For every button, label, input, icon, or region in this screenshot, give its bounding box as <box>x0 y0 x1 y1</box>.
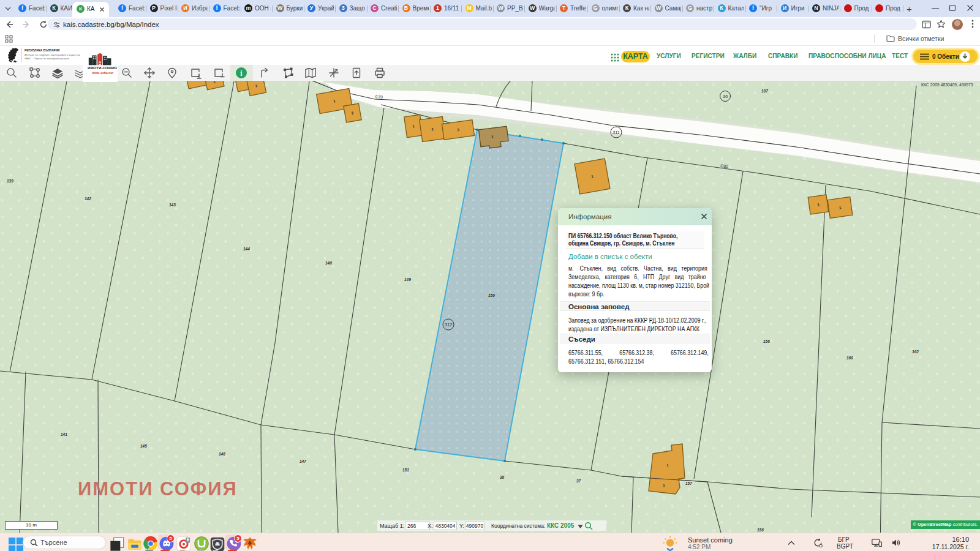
svg-text:ККС 2005 4830409, 490973: ККС 2005 4830409, 490973 <box>921 83 973 87</box>
svg-text:145: 145 <box>140 444 147 448</box>
svg-text:148: 148 <box>325 261 332 265</box>
svg-text:143: 143 <box>169 203 176 207</box>
svg-text:151: 151 <box>402 468 409 472</box>
svg-text:144: 144 <box>243 247 250 251</box>
svg-text:146: 146 <box>219 452 225 456</box>
svg-text:38: 38 <box>500 475 505 479</box>
svg-text:147: 147 <box>300 459 306 463</box>
svg-text:141: 141 <box>61 432 67 437</box>
svg-text:156: 156 <box>763 339 770 343</box>
svg-text:37: 37 <box>576 479 581 483</box>
svg-text:157: 157 <box>685 481 692 485</box>
svg-text:162: 162 <box>912 350 919 354</box>
svg-text:142: 142 <box>85 197 91 201</box>
svg-text:36: 36 <box>723 94 728 99</box>
svg-text:149: 149 <box>404 277 411 282</box>
svg-text:150: 150 <box>488 293 495 298</box>
svg-text:107: 107 <box>761 89 768 93</box>
svg-text:©80: ©80 <box>720 164 728 168</box>
svg-text:312: 312 <box>445 322 453 328</box>
svg-text:160: 160 <box>846 356 853 360</box>
svg-text:156: 156 <box>757 528 764 532</box>
svg-text:139: 139 <box>7 179 13 183</box>
svg-text:311: 311 <box>612 130 620 135</box>
svg-text:©79: ©79 <box>375 95 383 99</box>
